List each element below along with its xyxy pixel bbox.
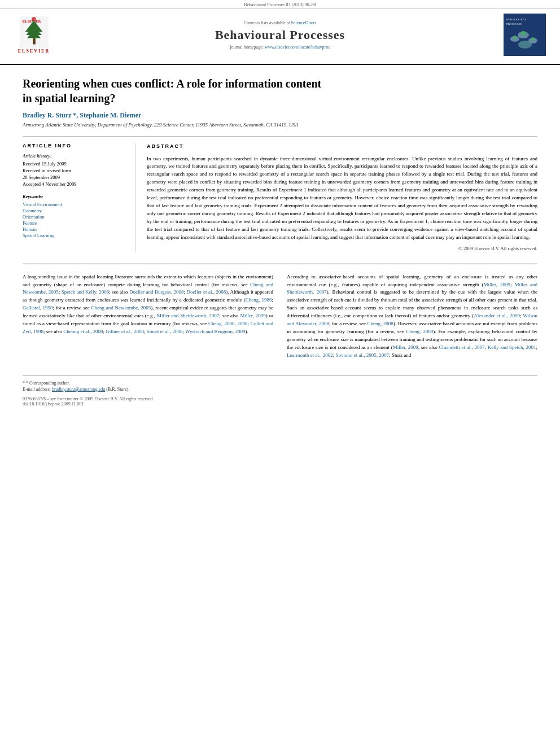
svg-rect-2 [33,38,36,44]
footer-bottom: 0376-6357/$ – see front matter © 2009 El… [23,396,537,407]
homepage-url[interactable]: www.elsevier.com/locate/behavproc [265,45,330,50]
main-content: Reorienting when cues conflict: A role f… [0,65,560,418]
ref-cheng2008b[interactable]: Cheng, 2008 [406,329,433,334]
footnote-star: * [23,381,25,386]
footnote-corresponding: * * Corresponding author. [23,381,537,386]
email-label: E-mail address: [23,387,51,392]
keyword-2: Geometry [23,208,126,213]
copyright-line: © 2009 Elsevier B.V. All rights reserved… [147,245,537,252]
body-column-2: According to associative-based accounts … [287,273,537,364]
abstract-heading: ABSTRACT [147,143,537,151]
svg-text:ELSEVIER: ELSEVIER [22,19,41,23]
ref-cheng-newcombe2[interactable]: Cheng and Newcombe, 2005 [91,305,151,311]
keywords-section: Keywords: Virtual Environment Geometry O… [23,194,126,238]
ref-wystrach[interactable]: Wystrach and Beugnon, 2009 [185,329,245,334]
svg-point-15 [521,31,526,36]
sciencedirect-anchor[interactable]: ScienceDirect [291,20,317,25]
journal-banner: ELSEVIER ELSEVIER Contents lists availab… [0,9,560,60]
elsevier-logo: ELSEVIER ELSEVIER [11,16,56,54]
ref-spetch-kelly[interactable]: Spetch and Kelly, 2006 [62,289,110,295]
ref-miller2009[interactable]: Miller, 2009 [240,313,265,318]
journal-cover-area: BEHAVIOURAL PROCESSES [504,14,549,56]
received-date: Received 15 July 2009 [23,161,126,167]
ref-sovrano[interactable]: Sovrano et al., 2005, 2007 [336,352,390,358]
article-meta: ARTICLE INFO Article history: Received 1… [23,137,537,252]
ref-miller-shettleworth[interactable]: Miller and Shettleworth, 2007 [157,313,219,318]
ref-learmonth[interactable]: Learmonth et al., 2002 [287,352,333,358]
ref-cheung[interactable]: Cheung et al., 2008 [63,329,103,334]
ref-kelly-spetch[interactable]: Kelly and Spetch, 2001 [488,344,536,350]
abstract-text: In two experiments, human participants s… [147,155,537,242]
footnote-text: * Corresponding author. [26,381,70,386]
journal-header: Behavioural Processes 83 (2010) 90–98 EL… [0,0,560,65]
ref-gillner[interactable]: Gillner et al., 2008 [106,329,144,334]
keyword-6: Spatial Learning [23,233,126,238]
email-suffix: (B.R. Sturz). [106,387,129,392]
email-address[interactable]: bradley.sturz@armstrong.edu [52,387,105,392]
body-divider [23,264,537,264]
authors: Bradley R. Sturz *, Stephanie M. Diemer [23,111,537,120]
keyword-3: Orientation [23,214,126,220]
ref-alexander[interactable]: Alexander et al., 2009 [474,313,520,318]
keywords-heading: Keywords: [23,194,126,199]
body-columns: A long-standing issue in the spatial lea… [23,273,537,364]
page-footer: * * Corresponding author. E-mail address… [23,375,537,407]
journal-cover-image: BEHAVIOURAL PROCESSES [504,14,546,56]
keyword-4: Feature [23,220,126,226]
svg-point-6 [32,16,36,20]
sciencedirect-link: Contents lists available at ScienceDirec… [56,20,504,25]
svg-point-13 [518,41,532,49]
accepted-date: Accepted 4 November 2009 [23,181,126,187]
article-info-panel: ARTICLE INFO Article history: Received 1… [23,143,135,252]
article-title-text: Reorienting when cues conflict: A role f… [23,77,321,104]
journal-volume: Behavioural Processes 83 (2010) 90–98 [244,2,316,7]
body-paragraph-2: According to associative-based accounts … [287,273,537,360]
doi-line: doi:10.1016/j.beproc.2009.11.001 [23,401,537,407]
elsevier-tree-icon: ELSEVIER [19,16,50,47]
homepage-link: journal homepage: www.elsevier.com/locat… [56,45,504,50]
ref-gallistel[interactable]: Gallistel, 1990 [23,305,53,311]
journal-top-bar: Behavioural Processes 83 (2010) 90–98 [0,0,560,9]
ref-cheng2000[interactable]: Cheng, 2000, 2008 [208,321,247,326]
received-revised-label: Received in revised form [23,168,126,173]
svg-text:BEHAVIOURAL: BEHAVIOURAL [506,18,526,21]
homepage-prefix: journal homepage: [230,45,264,50]
ref-chiandetti[interactable]: Chiandetti et al., 2007 [439,344,484,350]
email-line: E-mail address: bradley.sturz@armstrong.… [23,387,537,392]
svg-text:PROCESSES: PROCESSES [506,23,522,25]
body-column-1: A long-standing issue in the spatial lea… [23,273,273,364]
history-label: Article history: [23,153,126,159]
ref-miller-col2[interactable]: Miller, 2009 [484,282,510,287]
journal-title: Behavioural Processes [56,28,504,42]
issn-line: 0376-6357/$ – see front matter © 2009 El… [23,396,537,401]
keyword-5: Human [23,226,126,232]
svg-point-14 [513,36,517,39]
article-info-heading: ARTICLE INFO [23,143,126,148]
elsevier-logo-area: ELSEVIER ELSEVIER [11,16,56,54]
ref-cheng2008[interactable]: Cheng, 2008 [368,321,393,326]
ref-sturzl[interactable]: Stürzl et al., 2008 [147,329,183,334]
keyword-1: Virtual Environment [23,202,126,207]
ref-doeller-burgess[interactable]: Doeller and Burgess, 2008 [129,289,183,295]
elsevier-text: ELSEVIER [18,49,50,54]
banner-center: Contents lists available at ScienceDirec… [56,20,504,50]
contents-text: Contents lists available at [244,20,290,25]
received-revised-date: 28 September 2009 [23,174,126,180]
body-paragraph-1: A long-standing issue in the spatial lea… [23,273,273,337]
ref-miller-col2b[interactable]: Miller, 2009 [393,344,418,350]
abstract-section: ABSTRACT In two experiments, human parti… [147,143,537,252]
ref-doeller[interactable]: Doeller et al., 2008 [187,289,226,295]
article-title: Reorienting when cues conflict: A role f… [23,76,537,106]
svg-point-16 [531,37,535,41]
ref-cheng1986[interactable]: Cheng, 1986 [246,297,272,303]
affiliation: Armstrong Atlantic State University, Dep… [23,122,537,128]
cover-svg: BEHAVIOURAL PROCESSES [504,14,546,56]
